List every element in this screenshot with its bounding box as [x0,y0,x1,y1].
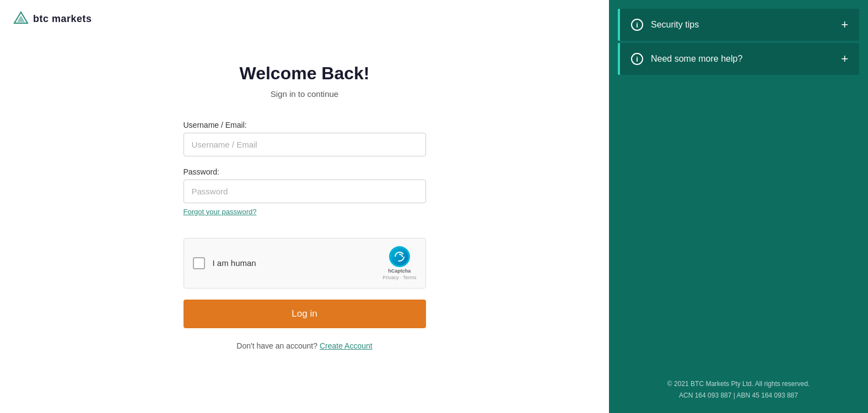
more-help-header[interactable]: i Need some more help? + [618,43,859,75]
captcha-checkbox[interactable] [193,257,205,269]
welcome-title: Welcome Back! [240,63,370,84]
security-tips-info-icon: i [631,19,643,31]
captcha-left: I am human [193,257,256,269]
right-panel-footer: © 2021 BTC Markets Pty Ltd. All rights r… [609,367,868,413]
username-label: Username / Email: [184,121,426,129]
no-account-text: Don't have an account? [236,341,317,350]
right-panel: i Security tips + i Need some more help?… [609,0,868,413]
captcha-privacy-text: Privacy · Terms [382,275,416,280]
welcome-subtitle: Sign in to continue [271,89,338,99]
left-panel: btc markets Welcome Back! Sign in to con… [0,0,609,413]
captcha-container: I am human hCaptcha Privacy · Terms [184,238,426,289]
create-account-prompt: Don't have an account? Create Account [236,341,372,350]
more-help-title: Need some more help? [651,54,742,64]
login-container: Welcome Back! Sign in to continue Userna… [184,63,426,350]
more-help-expand-icon: + [841,53,848,65]
username-input[interactable] [184,133,426,156]
password-input[interactable] [184,180,426,203]
create-account-link[interactable]: Create Account [320,341,373,350]
username-field-group: Username / Email: [184,121,426,156]
btc-markets-logo-icon [13,11,29,26]
captcha-icon [389,246,410,267]
security-tips-expand-icon: + [841,19,848,31]
login-button[interactable]: Log in [184,300,426,328]
footer-line1: © 2021 BTC Markets Pty Ltd. All rights r… [620,378,857,390]
security-tips-header[interactable]: i Security tips + [618,9,859,41]
security-tips-title: Security tips [651,20,699,30]
logo-text: btc markets [33,13,92,25]
right-panel-content: i Security tips + i Need some more help?… [609,0,868,367]
password-label: Password: [184,167,426,176]
security-tips-header-left: i Security tips [631,19,699,31]
footer-line2: ACN 164 093 887 | ABN 45 164 093 887 [620,390,857,402]
more-help-info-icon: i [631,53,643,65]
security-tips-accordion: i Security tips + [618,9,859,41]
more-help-accordion: i Need some more help? + [618,43,859,75]
captcha-brand-text: hCaptcha [388,268,411,274]
password-field-group: Password: Forgot your password? [184,167,426,216]
logo[interactable]: btc markets [13,11,92,26]
captcha-logo: hCaptcha Privacy · Terms [382,246,416,280]
forgot-password-link[interactable]: Forgot your password? [184,208,426,216]
more-help-header-left: i Need some more help? [631,53,742,65]
captcha-label: I am human [213,258,256,268]
